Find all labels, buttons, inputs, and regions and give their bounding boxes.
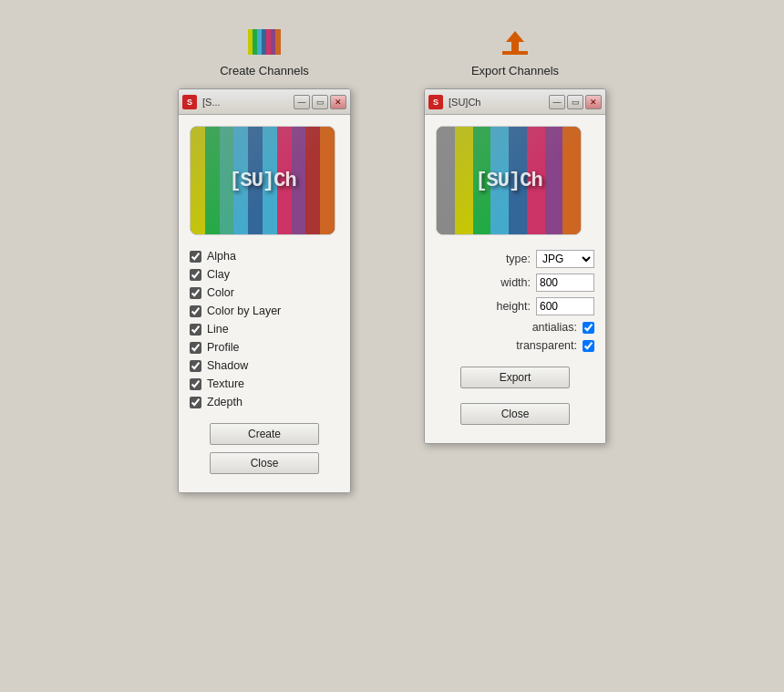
- create-titlebar-buttons: — ▭ ✕: [294, 95, 346, 109]
- type-select[interactable]: JPG PNG TGA: [536, 250, 594, 268]
- create-window-body: [SU]Ch Alpha Clay Color: [179, 115, 350, 492]
- create-titlebar-icon: S: [182, 95, 197, 109]
- create-close-button[interactable]: Close: [210, 452, 319, 474]
- width-row: width:: [436, 274, 594, 292]
- checkbox-texture[interactable]: Texture: [190, 377, 339, 390]
- create-maximize-btn[interactable]: ▭: [312, 95, 328, 109]
- create-checkbox-list: Alpha Clay Color Color by Layer: [190, 250, 339, 408]
- svg-rect-4: [266, 29, 271, 55]
- checkbox-color-input[interactable]: [190, 287, 201, 299]
- export-channels-title: Export Channels: [471, 64, 559, 77]
- antialias-row: antialias:: [436, 321, 594, 334]
- export-minimize-btn[interactable]: —: [549, 95, 565, 109]
- checkbox-texture-label: Texture: [207, 377, 244, 390]
- export-form-rows: type: JPG PNG TGA width: height:: [436, 250, 594, 352]
- svg-rect-1: [253, 29, 257, 55]
- checkbox-alpha-input[interactable]: [190, 251, 201, 263]
- checkbox-zdepth-label: Zdepth: [207, 396, 242, 408]
- checkbox-clay[interactable]: Clay: [190, 268, 339, 281]
- checkbox-texture-input[interactable]: [190, 378, 201, 390]
- export-channels-group: Export Channels S [SU]Ch — ▭ ✕: [424, 27, 606, 444]
- svg-rect-9: [502, 51, 528, 55]
- create-channels-group: Create Channels S [S... — ▭ ✕: [178, 27, 351, 493]
- antialias-label: antialias:: [532, 321, 577, 334]
- checkbox-profile-label: Profile: [207, 341, 239, 354]
- create-icon-svg: [248, 29, 281, 55]
- export-maximize-btn[interactable]: ▭: [567, 95, 583, 109]
- checkbox-shadow-label: Shadow: [207, 359, 248, 372]
- height-row: height:: [436, 297, 594, 315]
- export-channels-icon: [497, 27, 533, 57]
- create-close-btn[interactable]: ✕: [330, 95, 346, 109]
- checkbox-line[interactable]: Line: [190, 323, 339, 336]
- checkbox-profile-input[interactable]: [190, 342, 201, 354]
- checkbox-zdepth-input[interactable]: [190, 397, 201, 408]
- checkbox-color-label: Color: [207, 286, 234, 299]
- export-close-btn[interactable]: ✕: [585, 95, 602, 109]
- svg-marker-8: [506, 31, 524, 42]
- checkbox-zdepth[interactable]: Zdepth: [190, 396, 339, 408]
- checkbox-clay-input[interactable]: [190, 269, 201, 281]
- export-titlebar-icon: S: [428, 95, 443, 109]
- create-channels-title: Create Channels: [220, 64, 309, 77]
- checkbox-alpha-label: Alpha: [207, 250, 236, 263]
- type-label: type:: [506, 253, 531, 265]
- export-window-body: [SU]Ch type: JPG PNG TGA width:: [425, 115, 605, 443]
- checkbox-clay-label: Clay: [207, 268, 230, 281]
- export-buttons: Export Close: [436, 367, 594, 432]
- export-close-button[interactable]: Close: [460, 403, 570, 425]
- checkbox-color-by-layer-label: Color by Layer: [207, 305, 281, 317]
- export-app-logo: [SU]Ch: [436, 126, 582, 235]
- checkbox-color[interactable]: Color: [190, 286, 339, 299]
- svg-rect-7: [511, 42, 519, 51]
- width-input[interactable]: [536, 274, 594, 292]
- transparent-row: transparent:: [436, 339, 594, 352]
- create-minimize-btn[interactable]: —: [294, 95, 310, 109]
- export-button[interactable]: Export: [460, 367, 570, 388]
- export-window-title: [SU]Ch: [447, 97, 545, 108]
- svg-rect-2: [257, 29, 262, 55]
- checkbox-line-label: Line: [207, 323, 229, 336]
- checkbox-line-input[interactable]: [190, 324, 201, 336]
- create-app-logo: [SU]Ch: [190, 126, 335, 235]
- checkbox-shadow[interactable]: Shadow: [190, 359, 339, 372]
- checkbox-shadow-input[interactable]: [190, 360, 201, 372]
- checkbox-alpha[interactable]: Alpha: [190, 250, 339, 263]
- svg-rect-0: [248, 29, 253, 55]
- export-titlebar-buttons: — ▭ ✕: [549, 95, 602, 109]
- checkbox-color-by-layer[interactable]: Color by Layer: [190, 305, 339, 317]
- transparent-checkbox[interactable]: [583, 340, 594, 352]
- antialias-checkbox[interactable]: [583, 322, 594, 334]
- create-window: S [S... — ▭ ✕: [178, 88, 351, 493]
- create-channels-icon: [246, 27, 283, 57]
- export-logo-text: [SU]Ch: [475, 170, 542, 192]
- svg-rect-6: [275, 29, 281, 55]
- checkbox-profile[interactable]: Profile: [190, 341, 339, 354]
- export-window: S [SU]Ch — ▭ ✕: [424, 88, 606, 444]
- create-button[interactable]: Create: [210, 423, 319, 445]
- export-titlebar: S [SU]Ch — ▭ ✕: [425, 89, 605, 115]
- type-row: type: JPG PNG TGA: [436, 250, 594, 268]
- page-container: Create Channels S [S... — ▭ ✕: [0, 0, 784, 493]
- checkbox-color-by-layer-input[interactable]: [190, 305, 201, 317]
- svg-rect-5: [271, 29, 275, 55]
- width-label: width:: [500, 276, 531, 289]
- height-label: height:: [496, 300, 531, 313]
- height-input[interactable]: [536, 297, 594, 315]
- create-titlebar: S [S... — ▭ ✕: [179, 89, 350, 115]
- create-logo-text: [SU]Ch: [229, 170, 295, 192]
- export-icon-svg: [499, 26, 531, 58]
- svg-rect-3: [262, 29, 266, 55]
- create-window-title: [S...: [201, 97, 290, 108]
- transparent-label: transparent:: [516, 339, 577, 352]
